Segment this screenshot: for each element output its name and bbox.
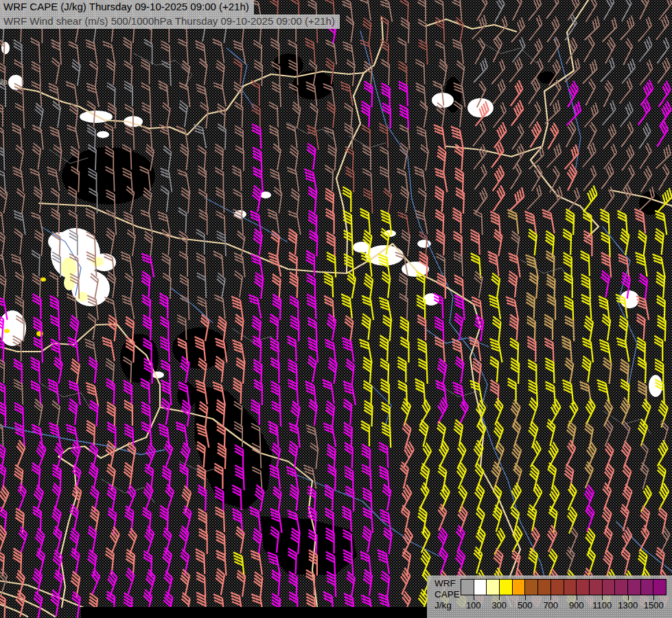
wind-barb [486,165,507,191]
wind-barb [653,400,669,427]
wind-barb [523,15,545,41]
wind-barb [287,229,297,255]
wind-barb [526,293,535,319]
wind-barb [378,549,389,575]
wind-barb [324,272,333,297]
wind-barb [87,506,100,533]
wind-barb [379,442,388,468]
wind-barb [633,419,649,446]
wind-barb [342,399,352,425]
wind-barb [159,293,167,319]
wind-barb [633,143,654,168]
wind-barb [507,271,518,297]
wind-barb [635,463,650,490]
wind-barb [47,165,59,192]
wind-barb [505,100,526,126]
wind-barb [177,486,192,513]
wind-barb [397,357,406,382]
wind-barb [362,464,371,490]
wind-barb [30,592,43,618]
wind-barb [84,569,102,595]
legend-tick-mark [499,595,500,600]
wind-barb [324,485,333,510]
legend-color-cell [603,580,616,595]
wind-barb [324,126,336,152]
wind-barb [340,80,353,107]
legend-tick-mark [653,595,654,600]
wind-barb [31,211,43,238]
wind-barb [122,273,133,299]
wind-barb [232,58,242,84]
wind-barb [485,59,508,84]
wind-barb [197,273,206,298]
wind-barb [636,251,647,277]
legend-color-cell [551,580,564,595]
wind-barb [488,505,503,532]
wind-barb [362,145,371,170]
wind-barb [290,316,299,341]
cape-fill-white [260,192,271,198]
wind-barb [248,293,261,320]
wind-barb [216,187,224,213]
wind-barb [51,209,60,234]
legend-tick-label: 100 [460,600,487,610]
wind-barb [454,231,462,257]
wind-barb [526,253,538,280]
map-canvas [0,0,672,618]
wind-barb [87,61,98,87]
wind-barb [287,166,299,192]
wind-barb [307,294,316,319]
legend-title-line3: J/kg [435,600,460,611]
wind-barb [650,145,672,168]
wind-barb [213,569,225,595]
legend-tick-label: 1100 [588,600,616,610]
wind-barb [121,251,132,277]
wind-barb [560,187,583,212]
wind-barb [32,424,43,450]
wind-barb [344,443,353,468]
wind-barb [579,79,598,105]
legend-tick-mark [628,595,629,600]
wind-barb [617,316,628,342]
wind-barb [362,357,372,383]
wind-barb [597,144,619,169]
wind-barb [360,526,372,553]
wind-barb [360,18,371,44]
wind-barb [32,294,40,319]
wind-barb [249,185,262,212]
wind-barb [596,124,618,149]
wind-barb [614,0,634,21]
wind-barb [524,38,545,64]
wind-barb [50,570,63,597]
legend-tick-label: 700 [537,600,564,610]
wind-barb [432,527,449,554]
wind-barb [86,38,97,65]
wind-barb [635,314,645,340]
wind-barb [600,209,609,234]
country-border-line [0,592,55,617]
wind-barb [415,549,432,576]
legend-tick-mark [551,595,551,600]
wind-barb [522,0,544,21]
wind-barb [30,144,41,170]
wind-barb [596,0,616,20]
wind-barb [161,336,170,362]
wind-barb [507,420,522,446]
wind-barb [343,506,351,531]
wind-barb [271,358,279,383]
wind-barb [522,102,544,127]
wind-barb [360,102,369,127]
wind-barb [272,401,281,426]
wind-barb [0,125,4,150]
wind-barb [380,60,389,85]
wind-barb [581,251,590,276]
wind-barb [232,339,244,365]
cape-fill-white [620,290,639,308]
wind-barb [121,294,134,321]
wind-barb [159,506,168,531]
wind-barb [634,80,656,105]
wind-barb [269,144,281,170]
wind-barb [0,421,3,446]
wind-barb [287,336,296,361]
wind-barb [435,146,446,172]
